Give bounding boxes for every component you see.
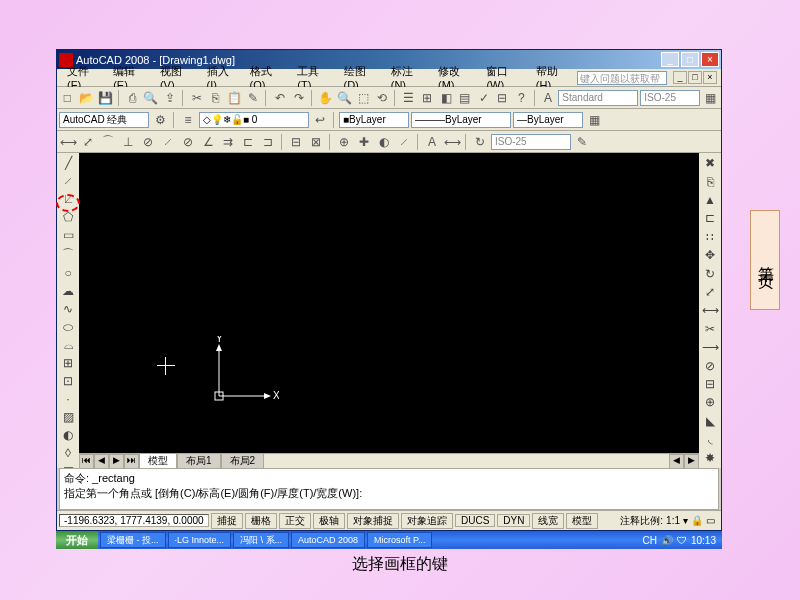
dim-space-icon[interactable]: ⊟: [287, 133, 305, 151]
plotstyle-icon[interactable]: ▦: [585, 111, 603, 129]
array-icon[interactable]: ∷: [701, 229, 719, 245]
status-lwt[interactable]: 线宽: [532, 513, 564, 529]
dim-diameter-icon[interactable]: ⊘: [179, 133, 197, 151]
dim-style-combo[interactable]: ISO-25: [640, 90, 700, 106]
taskbar-item-5[interactable]: Microsoft P...: [367, 532, 432, 548]
jogged-linear-icon[interactable]: ⟋: [395, 133, 413, 151]
taskbar-item-2[interactable]: ·LG Innote...: [168, 532, 232, 548]
erase-icon[interactable]: ✖: [701, 155, 719, 171]
make-block-icon[interactable]: ⊡: [59, 373, 77, 389]
maximize-button[interactable]: □: [681, 52, 699, 67]
dim-continue-icon[interactable]: ⊐: [259, 133, 277, 151]
zoom-prev-icon[interactable]: ⟲: [374, 89, 391, 107]
dim-arc-icon[interactable]: ⌒: [99, 133, 117, 151]
status-tool-icon[interactable]: ▾: [683, 515, 688, 526]
chamfer-icon[interactable]: ◣: [701, 413, 719, 429]
copy-icon[interactable]: ⎘: [207, 89, 224, 107]
cut-icon[interactable]: ✂: [188, 89, 205, 107]
status-snap[interactable]: 捕捉: [211, 513, 243, 529]
status-coordinates[interactable]: -1196.6323, 1777.4139, 0.0000: [59, 514, 209, 527]
tray-clock[interactable]: 10:13: [691, 535, 716, 546]
dimstyle-combo[interactable]: ISO-25: [491, 134, 571, 150]
help-icon[interactable]: ?: [513, 89, 530, 107]
ellipse-icon[interactable]: ⬭: [59, 319, 77, 335]
status-lock-icon[interactable]: 🔒: [691, 515, 703, 526]
dim-edit-icon[interactable]: A: [423, 133, 441, 151]
start-button[interactable]: 开始: [56, 531, 98, 549]
stretch-icon[interactable]: ⟷: [701, 302, 719, 318]
properties-icon[interactable]: ☰: [400, 89, 417, 107]
tab-model[interactable]: 模型: [139, 453, 177, 469]
revcloud-icon[interactable]: ☁: [59, 283, 77, 299]
dim-ordinate-icon[interactable]: ⊥: [119, 133, 137, 151]
open-icon[interactable]: 📂: [78, 89, 95, 107]
dim-baseline-icon[interactable]: ⊏: [239, 133, 257, 151]
lineweight-combo[interactable]: — ByLayer: [513, 112, 583, 128]
dimstyle-control-icon[interactable]: ✎: [573, 133, 591, 151]
command-window[interactable]: 命令: _rectang 指定第一个角点或 [倒角(C)/标高(E)/圆角(F)…: [59, 468, 719, 510]
annotation-icon[interactable]: A: [540, 89, 557, 107]
minimize-button[interactable]: _: [661, 52, 679, 67]
status-ducs[interactable]: DUCS: [455, 514, 495, 527]
dim-angular-icon[interactable]: ∠: [199, 133, 217, 151]
dim-break-icon[interactable]: ⊠: [307, 133, 325, 151]
mirror-icon[interactable]: ▲: [701, 192, 719, 208]
rotate-icon[interactable]: ↻: [701, 265, 719, 281]
tab-last-button[interactable]: ⏭: [124, 454, 139, 469]
dim-linear-icon[interactable]: ⟷: [59, 133, 77, 151]
taskbar-item-4[interactable]: AutoCAD 2008: [291, 532, 365, 548]
match-icon[interactable]: ✎: [245, 89, 262, 107]
center-mark-icon[interactable]: ✚: [355, 133, 373, 151]
redo-icon[interactable]: ↷: [290, 89, 307, 107]
trim-icon[interactable]: ✂: [701, 321, 719, 337]
extend-icon[interactable]: ⟶: [701, 339, 719, 355]
fillet-icon[interactable]: ◟: [701, 431, 719, 447]
workspace-combo[interactable]: AutoCAD 经典: [59, 112, 149, 128]
copy-obj-icon[interactable]: ⎘: [701, 173, 719, 189]
dim-text-edit-icon[interactable]: ⟷: [443, 133, 461, 151]
close-button[interactable]: ×: [701, 52, 719, 67]
status-otrack[interactable]: 对象追踪: [401, 513, 453, 529]
circle-icon[interactable]: ○: [59, 265, 77, 281]
ellipse-arc-icon[interactable]: ⌓: [59, 337, 77, 353]
preview-icon[interactable]: 🔍: [142, 89, 159, 107]
color-combo[interactable]: ■ ByLayer: [339, 112, 409, 128]
tab-layout2[interactable]: 布局2: [221, 453, 265, 469]
layer-combo[interactable]: ◇💡❄🔓■ 0: [199, 112, 309, 128]
tolerance-icon[interactable]: ⊕: [335, 133, 353, 151]
dim-quick-icon[interactable]: ⇉: [219, 133, 237, 151]
taskbar-item-1[interactable]: 梁栅栅 - 投...: [100, 532, 166, 548]
status-polar[interactable]: 极轴: [313, 513, 345, 529]
spline-icon[interactable]: ∿: [59, 301, 77, 317]
system-tray[interactable]: CH 🔊 🛡 10:13: [637, 535, 722, 546]
print-icon[interactable]: ⎙: [124, 89, 141, 107]
tab-first-button[interactable]: ⏮: [79, 454, 94, 469]
region-icon[interactable]: ◊: [59, 445, 77, 461]
join-icon[interactable]: ⊕: [701, 394, 719, 410]
paste-icon[interactable]: 📋: [226, 89, 243, 107]
dim-jog-icon[interactable]: ⟋: [159, 133, 177, 151]
break-point-icon[interactable]: ⊘: [701, 357, 719, 373]
dim-radius-icon[interactable]: ⊘: [139, 133, 157, 151]
layer-manager-icon[interactable]: ≡: [179, 111, 197, 129]
hatch-icon[interactable]: ▨: [59, 409, 77, 425]
text-style-combo[interactable]: Standard: [558, 90, 638, 106]
gradient-icon[interactable]: ◐: [59, 427, 77, 443]
status-grid[interactable]: 栅格: [245, 513, 277, 529]
zoom-icon[interactable]: 🔍: [336, 89, 353, 107]
break-icon[interactable]: ⊟: [701, 376, 719, 392]
zoom-window-icon[interactable]: ⬚: [355, 89, 372, 107]
dim-aligned-icon[interactable]: ⤢: [79, 133, 97, 151]
scroll-right-button[interactable]: ▶: [684, 454, 699, 469]
arc-icon[interactable]: ⌒: [59, 245, 77, 263]
pan-icon[interactable]: ✋: [317, 89, 334, 107]
calc-icon[interactable]: ⊟: [494, 89, 511, 107]
status-tray-icon[interactable]: ▭: [706, 515, 715, 526]
tab-layout1[interactable]: 布局1: [177, 453, 221, 469]
status-dyn[interactable]: DYN: [497, 514, 530, 527]
xline-icon[interactable]: ⟋: [59, 173, 77, 189]
sheetset-icon[interactable]: ▤: [457, 89, 474, 107]
move-icon[interactable]: ✥: [701, 247, 719, 263]
help-search-input[interactable]: 键入问题以获取帮助: [577, 71, 667, 85]
new-icon[interactable]: □: [59, 89, 76, 107]
